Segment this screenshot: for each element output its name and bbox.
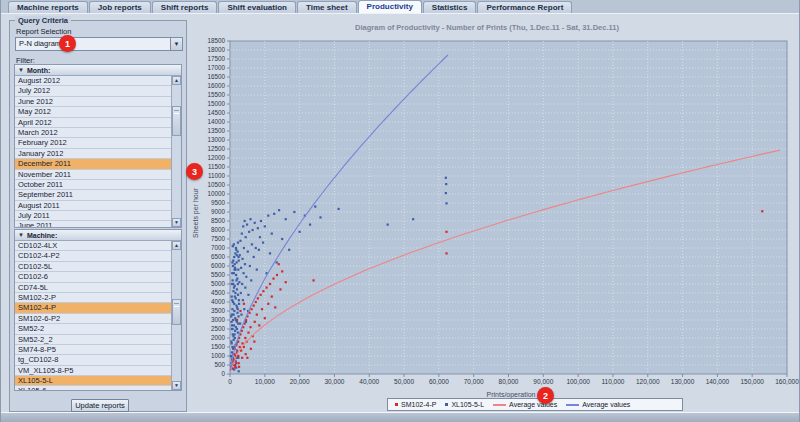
- y-tick-label: 9500: [211, 199, 226, 206]
- list-item[interactable]: SM102-4-P: [15, 303, 171, 313]
- list-item[interactable]: July 2011: [15, 211, 171, 221]
- data-point: [269, 283, 271, 285]
- y-tick-label: 14000: [207, 118, 225, 125]
- scrollbar-thumb[interactable]: [172, 299, 181, 325]
- list-item[interactable]: XL105-6: [15, 386, 171, 390]
- list-item[interactable]: September 2011: [15, 190, 171, 200]
- data-point: [243, 308, 245, 310]
- list-item[interactable]: August 2012: [15, 76, 171, 86]
- list-item[interactable]: April 2012: [15, 118, 171, 128]
- y-tick-label: 4500: [211, 289, 226, 296]
- x-tick-label: 70,000: [464, 378, 484, 385]
- legend-marker-line: [493, 404, 506, 406]
- data-point: [235, 249, 237, 251]
- list-item[interactable]: SM102-6-P2: [15, 314, 171, 324]
- list-item[interactable]: CD102-5L: [15, 262, 171, 272]
- list-item[interactable]: November 2011: [15, 170, 171, 180]
- list-item[interactable]: May 2012: [15, 107, 171, 117]
- data-point: [276, 274, 278, 276]
- window-bottom-edge: [1, 412, 799, 422]
- machine-scrollbar[interactable]: ▲ ▼: [171, 241, 181, 390]
- data-point: [273, 213, 275, 215]
- tab-shift-evaluation[interactable]: Shift evaluation: [218, 1, 296, 13]
- tab-job-reports[interactable]: Job reports: [89, 1, 151, 13]
- list-item[interactable]: tg_CD102-8: [15, 355, 171, 365]
- machine-header-label: Machine:: [27, 232, 57, 239]
- data-point: [238, 366, 240, 368]
- list-item[interactable]: SM102-2-P: [15, 293, 171, 303]
- data-point: [238, 303, 240, 305]
- tab-statistics[interactable]: Statistics: [423, 1, 477, 13]
- data-point: [231, 296, 233, 298]
- machine-list-header[interactable]: ▼ Machine:: [15, 230, 181, 241]
- list-item[interactable]: January 2012: [15, 149, 171, 159]
- list-item[interactable]: February 2012: [15, 138, 171, 148]
- y-tick-label: 1000: [211, 352, 226, 359]
- list-item[interactable]: VM_XL105-8-P5: [15, 366, 171, 376]
- data-point: [239, 254, 241, 256]
- legend-marker-dot: [395, 403, 398, 406]
- list-item[interactable]: July 2012: [15, 86, 171, 96]
- chart-legend: SM102-4-PXL105-5-LAverage valuesAverage …: [387, 398, 683, 411]
- data-point: [761, 210, 763, 212]
- data-point: [285, 218, 287, 220]
- data-point: [236, 319, 238, 321]
- data-point: [244, 263, 246, 265]
- data-point: [234, 292, 236, 294]
- tab-performance-report[interactable]: Performance Report: [477, 1, 572, 13]
- list-item[interactable]: CD102-6: [15, 272, 171, 282]
- dropdown-arrow-icon[interactable]: ▼: [170, 38, 182, 50]
- data-point: [269, 252, 271, 254]
- list-item[interactable]: SM74-8-P5: [15, 345, 171, 355]
- scrollbar-up-icon[interactable]: ▲: [172, 76, 181, 85]
- data-point: [258, 249, 260, 251]
- list-item[interactable]: March 2012: [15, 128, 171, 138]
- data-point: [288, 249, 290, 251]
- y-tick-label: 6500: [211, 253, 226, 260]
- data-point: [238, 260, 240, 262]
- data-point: [232, 279, 234, 281]
- y-tick-label: 16500: [207, 73, 225, 80]
- tab-machine-reports[interactable]: Machine reports: [8, 1, 88, 13]
- data-point: [254, 222, 256, 224]
- list-item[interactable]: CD74-5L: [15, 283, 171, 293]
- x-tick-label: 10,000: [255, 378, 275, 385]
- list-item[interactable]: December 2011: [15, 159, 171, 169]
- tab-time-sheet[interactable]: Time sheet: [297, 1, 357, 13]
- tab-shift-reports[interactable]: Shift reports: [152, 1, 218, 13]
- data-point: [233, 310, 235, 312]
- list-item[interactable]: October 2011: [15, 180, 171, 190]
- data-point: [262, 242, 264, 244]
- data-point: [256, 269, 258, 271]
- data-point: [238, 299, 240, 301]
- update-reports-button[interactable]: Update reports: [71, 399, 129, 412]
- data-point: [237, 332, 239, 334]
- list-item[interactable]: CD102-4LX: [15, 241, 171, 251]
- y-tick-label: 1500: [211, 343, 226, 350]
- data-point: [231, 283, 233, 285]
- y-tick-label: 6000: [211, 262, 226, 269]
- month-list-header[interactable]: ▼ Month:: [15, 65, 181, 76]
- list-item[interactable]: June 2011: [15, 221, 171, 227]
- y-tick-label: 17500: [207, 55, 225, 62]
- scrollbar-thumb[interactable]: [172, 106, 181, 136]
- scrollbar-down-icon[interactable]: ▼: [172, 381, 181, 390]
- data-point: [247, 294, 249, 296]
- list-item[interactable]: CD102-4-P2: [15, 251, 171, 261]
- tab-productivity[interactable]: Productivity: [358, 0, 422, 13]
- scrollbar-down-icon[interactable]: ▼: [172, 218, 181, 227]
- list-item[interactable]: XL105-5-L: [15, 376, 171, 386]
- list-item[interactable]: August 2011: [15, 201, 171, 211]
- y-tick-label: 10500: [207, 181, 225, 188]
- month-scrollbar[interactable]: ▲ ▼: [171, 76, 181, 227]
- x-tick-label: 20,000: [290, 378, 310, 385]
- report-selection-dropdown[interactable]: P-N diagram ▼: [15, 37, 183, 51]
- list-item[interactable]: June 2012: [15, 97, 171, 107]
- data-point: [236, 261, 238, 263]
- list-item[interactable]: SM52-2: [15, 324, 171, 334]
- data-point: [445, 231, 447, 233]
- data-point: [255, 301, 257, 303]
- scrollbar-up-icon[interactable]: ▲: [172, 241, 181, 250]
- list-item[interactable]: SM52-2_2: [15, 335, 171, 345]
- y-tick-label: 3000: [211, 316, 226, 323]
